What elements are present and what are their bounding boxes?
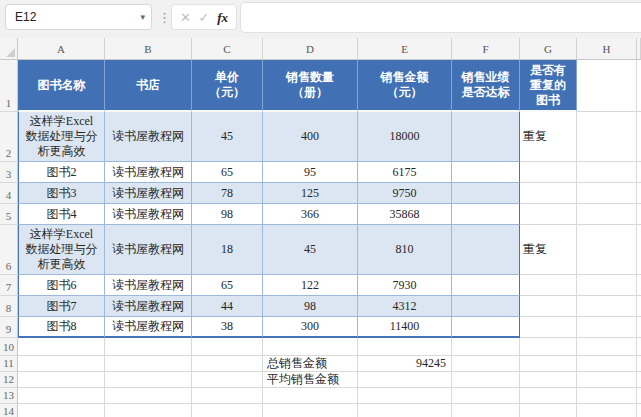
cell-a1[interactable]: 图书名称 bbox=[18, 60, 105, 112]
cell-f5[interactable] bbox=[452, 204, 520, 225]
cell-g9[interactable] bbox=[520, 317, 577, 338]
cell-e7[interactable]: 7930 bbox=[358, 275, 452, 296]
cell-h2[interactable] bbox=[577, 112, 637, 162]
cell-h13[interactable] bbox=[577, 388, 637, 404]
cell-c9[interactable]: 38 bbox=[192, 317, 263, 338]
cell-g10[interactable] bbox=[520, 338, 577, 356]
chevron-down-icon[interactable]: ▾ bbox=[140, 13, 145, 22]
cell-d8[interactable]: 98 bbox=[263, 296, 358, 317]
confirm-icon[interactable]: ✓ bbox=[199, 11, 210, 24]
more-options-icon[interactable]: ⋮ bbox=[158, 9, 168, 26]
cell-a2[interactable]: 这样学Excel 数据处理与分 析更高效 bbox=[18, 112, 105, 162]
row-header-8[interactable]: 8 bbox=[0, 296, 18, 317]
cell-a4[interactable]: 图书3 bbox=[18, 183, 105, 204]
cell-b8[interactable]: 读书屋教程网 bbox=[105, 296, 192, 317]
cell-c1[interactable]: 单价 （元） bbox=[192, 60, 263, 112]
row-header-12[interactable]: 12 bbox=[0, 372, 18, 388]
cell-f3[interactable] bbox=[452, 162, 520, 183]
column-header-b[interactable]: B bbox=[105, 38, 192, 60]
row-header-11[interactable]: 11 bbox=[0, 356, 18, 372]
cell-e6[interactable]: 810 bbox=[358, 225, 452, 275]
cell-h5[interactable] bbox=[577, 204, 637, 225]
cell-a8[interactable]: 图书7 bbox=[18, 296, 105, 317]
cell-e5[interactable]: 35868 bbox=[358, 204, 452, 225]
cell-b9[interactable]: 读书屋教程网 bbox=[105, 317, 192, 338]
column-header-d[interactable]: D bbox=[263, 38, 358, 60]
cell-f12[interactable] bbox=[452, 372, 520, 388]
cell-a13[interactable] bbox=[18, 388, 105, 404]
row-header-9[interactable]: 9 bbox=[0, 317, 18, 338]
cell-d12-average-label[interactable]: 平均销售金额 bbox=[263, 372, 358, 388]
cell-b3[interactable]: 读书屋教程网 bbox=[105, 162, 192, 183]
cell-e11-total-value[interactable]: 94245 bbox=[358, 356, 452, 372]
cell-e2[interactable]: 18000 bbox=[358, 112, 452, 162]
cell-d6[interactable]: 45 bbox=[263, 225, 358, 275]
cell-a14[interactable] bbox=[18, 404, 105, 417]
cell-e9[interactable]: 11400 bbox=[358, 317, 452, 338]
cell-g1[interactable]: 是否有 重复的 图书 bbox=[520, 60, 577, 112]
cell-a7[interactable]: 图书6 bbox=[18, 275, 105, 296]
cell-f9[interactable] bbox=[452, 317, 520, 338]
cell-g7[interactable] bbox=[520, 275, 577, 296]
cell-c6[interactable]: 18 bbox=[192, 225, 263, 275]
cell-b7[interactable]: 读书屋教程网 bbox=[105, 275, 192, 296]
row-header-14[interactable]: 14 bbox=[0, 404, 18, 417]
cell-c5[interactable]: 98 bbox=[192, 204, 263, 225]
cell-f6[interactable] bbox=[452, 225, 520, 275]
cell-d9[interactable]: 300 bbox=[263, 317, 358, 338]
cell-b1[interactable]: 书店 bbox=[105, 60, 192, 112]
cell-b4[interactable]: 读书屋教程网 bbox=[105, 183, 192, 204]
cell-c12[interactable] bbox=[192, 372, 263, 388]
row-header-6[interactable]: 6 bbox=[0, 225, 18, 275]
cell-h7[interactable] bbox=[577, 275, 637, 296]
cell-e8[interactable]: 4312 bbox=[358, 296, 452, 317]
row-header-10[interactable]: 10 bbox=[0, 338, 18, 356]
row-header-13[interactable]: 13 bbox=[0, 388, 18, 404]
cell-g8[interactable] bbox=[520, 296, 577, 317]
cell-g3[interactable] bbox=[520, 162, 577, 183]
cell-b5[interactable]: 读书屋教程网 bbox=[105, 204, 192, 225]
cell-h14[interactable] bbox=[577, 404, 637, 417]
cell-g6[interactable]: 重复 bbox=[520, 225, 577, 275]
cell-c8[interactable]: 44 bbox=[192, 296, 263, 317]
cell-b11[interactable] bbox=[105, 356, 192, 372]
cell-a10[interactable] bbox=[18, 338, 105, 356]
column-header-h[interactable]: H bbox=[577, 38, 637, 60]
cell-f10[interactable] bbox=[452, 338, 520, 356]
select-all-corner[interactable] bbox=[0, 38, 18, 60]
cell-f11[interactable] bbox=[452, 356, 520, 372]
cell-c10[interactable] bbox=[192, 338, 263, 356]
cell-c11[interactable] bbox=[192, 356, 263, 372]
cell-g14[interactable] bbox=[520, 404, 577, 417]
insert-function-icon[interactable]: fx bbox=[217, 11, 228, 24]
cell-c7[interactable]: 65 bbox=[192, 275, 263, 296]
cell-f1[interactable]: 销售业绩 是否达标 bbox=[452, 60, 520, 112]
cell-d7[interactable]: 122 bbox=[263, 275, 358, 296]
column-header-g[interactable]: G bbox=[520, 38, 577, 60]
cell-e13[interactable] bbox=[358, 388, 452, 404]
cell-a12[interactable] bbox=[18, 372, 105, 388]
cell-g13[interactable] bbox=[520, 388, 577, 404]
cell-h8[interactable] bbox=[577, 296, 637, 317]
row-header-7[interactable]: 7 bbox=[0, 275, 18, 296]
cell-b2[interactable]: 读书屋教程网 bbox=[105, 112, 192, 162]
cell-f8[interactable] bbox=[452, 296, 520, 317]
cell-b10[interactable] bbox=[105, 338, 192, 356]
cancel-icon[interactable]: ✕ bbox=[180, 11, 191, 24]
cell-d3[interactable]: 95 bbox=[263, 162, 358, 183]
row-header-5[interactable]: 5 bbox=[0, 204, 18, 225]
cell-a11[interactable] bbox=[18, 356, 105, 372]
cell-d11-total-label[interactable]: 总销售金额 bbox=[263, 356, 358, 372]
cell-h10[interactable] bbox=[577, 338, 637, 356]
cell-g2[interactable]: 重复 bbox=[520, 112, 577, 162]
cell-b6[interactable]: 读书屋教程网 bbox=[105, 225, 192, 275]
column-header-a[interactable]: A bbox=[18, 38, 105, 60]
column-header-c[interactable]: C bbox=[192, 38, 263, 60]
cell-f4[interactable] bbox=[452, 183, 520, 204]
column-header-f[interactable]: F bbox=[452, 38, 520, 60]
row-header-4[interactable]: 4 bbox=[0, 183, 18, 204]
cell-d10[interactable] bbox=[263, 338, 358, 356]
cell-e4[interactable]: 9750 bbox=[358, 183, 452, 204]
cell-f14[interactable] bbox=[452, 404, 520, 417]
cell-d2[interactable]: 400 bbox=[263, 112, 358, 162]
